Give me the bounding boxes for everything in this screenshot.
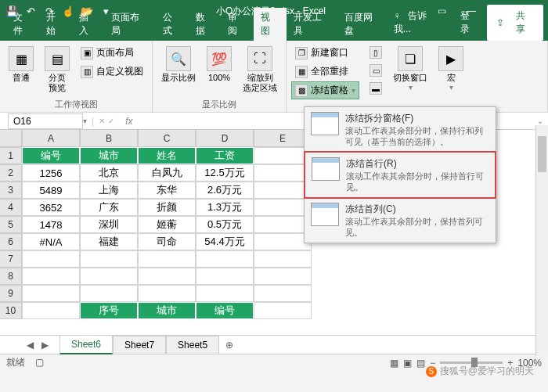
cell[interactable] xyxy=(254,216,312,233)
cell[interactable] xyxy=(196,250,254,268)
cell[interactable]: 编号 xyxy=(196,302,254,319)
cell[interactable]: 折颜 xyxy=(138,199,196,216)
cell[interactable]: 序号 xyxy=(80,302,138,319)
arrange-all-button[interactable]: ▦全部重排 xyxy=(291,63,359,81)
view-pagebreak-icon[interactable]: ▤ xyxy=(416,358,425,369)
cell[interactable]: 北京 xyxy=(80,164,138,182)
row-header[interactable]: 2 xyxy=(0,164,22,182)
cell[interactable] xyxy=(80,268,138,285)
login-button[interactable]: 登录 xyxy=(456,7,484,38)
zoom-100-button[interactable]: 💯100% xyxy=(203,44,236,85)
sheet-tab[interactable]: Sheet6 xyxy=(59,335,113,354)
zoom-selection-button[interactable]: ⛶缩放到 选定区域 xyxy=(239,44,281,95)
pagebreak-view-button[interactable]: ▤分页 预览 xyxy=(41,44,74,95)
cell[interactable] xyxy=(138,285,196,302)
cell[interactable] xyxy=(254,285,312,302)
tab-file[interactable]: 文件 xyxy=(6,8,39,41)
freeze-panes-button[interactable]: ▩冻结窗格 ▾ xyxy=(291,81,359,99)
row-header[interactable]: 3 xyxy=(0,182,22,199)
select-all-corner[interactable] xyxy=(0,130,22,147)
tab-review[interactable]: 审阅 xyxy=(221,8,254,41)
tab-view[interactable]: 视图 xyxy=(254,8,287,41)
split-button[interactable]: ▯ xyxy=(366,44,386,61)
column-header[interactable]: B xyxy=(80,130,138,147)
cell[interactable] xyxy=(254,250,312,268)
cell[interactable] xyxy=(196,285,254,302)
unhide-button[interactable]: ▬ xyxy=(366,80,386,97)
tab-insert[interactable]: 插入 xyxy=(72,8,105,41)
row-header[interactable]: 1 xyxy=(0,147,22,164)
cell[interactable]: 3652 xyxy=(22,199,80,216)
tab-data[interactable]: 数据 xyxy=(189,8,222,41)
cell[interactable] xyxy=(22,302,80,319)
cell[interactable]: 54.4万元 xyxy=(196,233,254,250)
row-header[interactable]: 8 xyxy=(0,268,22,285)
tab-home[interactable]: 开始 xyxy=(39,8,72,41)
custom-views-button[interactable]: ▥自定义视图 xyxy=(77,63,147,81)
row-header[interactable]: 5 xyxy=(0,216,22,233)
cell[interactable]: 12.5万元 xyxy=(196,164,254,182)
sheet-tab[interactable]: Sheet7 xyxy=(113,336,166,354)
vertical-scrollbar[interactable] xyxy=(535,125,548,356)
cell[interactable]: 0.5万元 xyxy=(196,216,254,233)
cell[interactable] xyxy=(22,250,80,268)
hide-button[interactable]: ▭ xyxy=(366,62,386,79)
freeze-first-column-item[interactable]: 冻结首列(C)滚动工作表其余部分时，保持首列可见。 xyxy=(305,198,496,243)
column-header[interactable]: D xyxy=(196,130,254,147)
cell[interactable] xyxy=(254,182,312,199)
cell[interactable]: 1.3万元 xyxy=(196,199,254,216)
fx-icon[interactable]: fx xyxy=(117,116,140,127)
zoom-button[interactable]: 🔍显示比例 xyxy=(157,44,200,85)
cell[interactable] xyxy=(254,164,312,182)
cell[interactable] xyxy=(254,302,312,319)
cell[interactable]: 司命 xyxy=(138,233,196,250)
freeze-top-row-item[interactable]: 冻结首行(R)滚动工作表其余部分时，保持首行可见。 xyxy=(304,151,496,199)
cell[interactable] xyxy=(80,250,138,268)
name-box[interactable] xyxy=(8,113,83,129)
tab-developer[interactable]: 开发工具 xyxy=(287,8,338,41)
cell[interactable]: 编号 xyxy=(22,147,80,164)
new-sheet-button[interactable]: ⊕ xyxy=(219,336,240,354)
row-header[interactable]: 6 xyxy=(0,233,22,250)
macro-record-icon[interactable]: ▢ xyxy=(35,357,44,368)
enter-icon[interactable]: ✓ xyxy=(105,117,117,125)
row-header[interactable]: 10 xyxy=(0,302,22,319)
cell[interactable] xyxy=(254,233,312,250)
cell[interactable]: 东华 xyxy=(138,182,196,199)
pagelayout-button[interactable]: ▣页面布局 xyxy=(77,44,147,62)
cell[interactable]: 深圳 xyxy=(80,216,138,233)
cell[interactable] xyxy=(22,285,80,302)
sheet-nav-next-icon[interactable]: ▶ xyxy=(38,338,52,352)
cell[interactable] xyxy=(254,268,312,285)
sheet-tab[interactable]: Sheet5 xyxy=(166,336,219,354)
expand-formula-icon[interactable]: ⌄ xyxy=(532,117,548,125)
cell[interactable]: 1256 xyxy=(22,164,80,182)
cell[interactable] xyxy=(254,147,312,164)
cell[interactable] xyxy=(138,268,196,285)
column-header[interactable]: C xyxy=(138,130,196,147)
tellme[interactable]: ♀ 告诉我... xyxy=(389,7,452,38)
cell[interactable]: 福建 xyxy=(80,233,138,250)
cell[interactable]: 城市 xyxy=(80,147,138,164)
cell[interactable] xyxy=(80,285,138,302)
cell[interactable]: 工资 xyxy=(196,147,254,164)
cell[interactable]: 2.6万元 xyxy=(196,182,254,199)
column-header[interactable]: A xyxy=(22,130,80,147)
tab-formulas[interactable]: 公式 xyxy=(156,8,189,41)
cell[interactable]: 5489 xyxy=(22,182,80,199)
cell[interactable]: 广东 xyxy=(80,199,138,216)
cell[interactable] xyxy=(196,268,254,285)
macros-button[interactable]: ▶宏▾ xyxy=(434,44,467,94)
cell[interactable] xyxy=(254,199,312,216)
switch-window-button[interactable]: ❏切换窗口▾ xyxy=(389,44,431,94)
cell[interactable]: 城市 xyxy=(138,302,196,319)
freeze-panes-item[interactable]: 冻结拆分窗格(F)滚动工作表其余部分时，保持行和列可见（基于当前的选择）。 xyxy=(305,107,496,152)
cell[interactable]: 1478 xyxy=(22,216,80,233)
tab-pagelayout[interactable]: 页面布局 xyxy=(104,8,156,41)
normal-view-button[interactable]: ▦普通 xyxy=(5,44,38,85)
cell[interactable] xyxy=(22,268,80,285)
cancel-icon[interactable]: ✕ xyxy=(99,117,105,125)
row-header[interactable]: 4 xyxy=(0,199,22,216)
share-button[interactable]: ⇪共享 xyxy=(487,5,543,41)
cell[interactable]: 姬蘅 xyxy=(138,216,196,233)
